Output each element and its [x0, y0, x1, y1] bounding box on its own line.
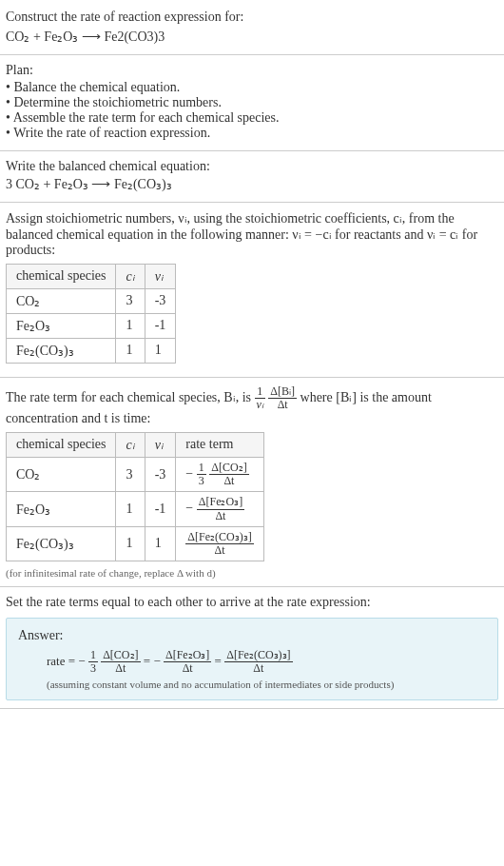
answer-box: Answer: rate = − 1 3 Δ[CO₂] Δt = − Δ[Fe₂…: [6, 618, 498, 700]
plan-heading: Plan:: [6, 63, 498, 78]
delta-frac: Δ[Fe₂O₃] Δt: [197, 496, 244, 522]
frac-num: 1: [197, 462, 206, 475]
cell-species: Fe₂O₃: [7, 313, 116, 338]
frac-num: 1: [88, 649, 98, 662]
delta-frac: Δ[CO₂] Δt: [209, 462, 248, 487]
cell-c: 3: [116, 288, 145, 313]
equals: = −: [144, 654, 161, 668]
col-species: chemical species: [7, 264, 116, 288]
plan-item: Determine the stoichiometric numbers.: [6, 95, 498, 110]
rate-term-section: The rate term for each chemical species,…: [0, 378, 504, 588]
table-row: Fe₂O₃ 1 -1: [7, 313, 176, 338]
frac-num: Δ[CO₂]: [209, 462, 248, 475]
balanced-heading: Write the balanced chemical equation:: [6, 159, 498, 174]
frac-den: 3: [197, 475, 206, 487]
frac-den: Δt: [209, 475, 248, 487]
stoich-section: Assign stoichiometric numbers, νᵢ, using…: [0, 203, 504, 378]
table-header-row: chemical species cᵢ νᵢ: [7, 264, 176, 288]
intro-equation: CO₂ + Fe₂O₃ ⟶ Fe2(CO3)3: [6, 27, 498, 47]
generic-coef-frac: 1 νᵢ: [255, 385, 265, 411]
cell-c: 1: [116, 338, 145, 363]
intro-prompt: Construct the rate of reaction expressio…: [6, 8, 498, 27]
frac-num: Δ[Fe₂O₃]: [164, 649, 211, 662]
generic-delta-frac: Δ[Bᵢ] Δt: [268, 385, 297, 411]
frac-den: Δt: [185, 544, 253, 557]
rate-text-before: The rate term for each chemical species,…: [6, 390, 255, 404]
final-heading: Set the rate terms equal to each other t…: [6, 595, 498, 610]
answer-equation: rate = − 1 3 Δ[CO₂] Δt = − Δ[Fe₂O₃] Δt =…: [18, 649, 486, 675]
cell-v: 1: [145, 338, 176, 363]
cell-species: CO₂: [7, 457, 116, 491]
table-header-row: chemical species cᵢ νᵢ rate term: [7, 432, 264, 457]
delta-frac: Δ[Fe₂O₃] Δt: [164, 649, 211, 675]
answer-note: (assuming constant volume and no accumul…: [18, 679, 486, 690]
delta-frac: Δ[Fe₂(CO₃)₃] Δt: [224, 649, 292, 675]
cell-c: 1: [116, 526, 145, 561]
delta-frac: Δ[CO₂] Δt: [101, 649, 140, 675]
plan-item: Write the rate of reaction expression.: [6, 126, 498, 141]
table-row: CO₂ 3 -3: [7, 288, 176, 313]
col-species: chemical species: [7, 432, 116, 457]
delta-frac: Δ[Fe₂(CO₃)₃] Δt: [185, 531, 253, 557]
plan-item: Assemble the rate term for each chemical…: [6, 110, 498, 126]
cell-species: CO₂: [7, 288, 116, 313]
frac-den: Δt: [164, 662, 211, 675]
cell-c: 3: [116, 457, 145, 491]
frac-num: Δ[Bᵢ]: [268, 385, 297, 399]
table-row: Fe₂O₃ 1 -1 − Δ[Fe₂O₃] Δt: [7, 492, 264, 526]
cell-v: -1: [145, 492, 176, 526]
col-rate-term: rate term: [176, 432, 263, 457]
plan-section: Plan: Balance the chemical equation. Det…: [0, 55, 504, 151]
coef-frac: 1 3: [197, 462, 206, 487]
plan-list: Balance the chemical equation. Determine…: [6, 80, 498, 141]
col-v: νᵢ: [145, 264, 176, 288]
cell-rate-term: − Δ[Fe₂O₃] Δt: [176, 492, 263, 526]
final-section: Set the rate terms equal to each other t…: [0, 587, 504, 709]
rate-term-note: (for infinitesimal rate of change, repla…: [6, 567, 498, 579]
cell-species: Fe₂(CO₃)₃: [7, 338, 116, 363]
frac-den: Δt: [101, 662, 140, 675]
balanced-section: Write the balanced chemical equation: 3 …: [0, 151, 504, 203]
answer-label: Answer:: [18, 628, 486, 643]
cell-species: Fe₂(CO₃)₃: [7, 526, 116, 561]
table-row: Fe₂(CO₃)₃ 1 1 Δ[Fe₂(CO₃)₃] Δt: [7, 526, 264, 561]
cell-c: 1: [116, 492, 145, 526]
col-c: cᵢ: [116, 264, 145, 288]
cell-v: -3: [145, 288, 176, 313]
plan-item: Balance the chemical equation.: [6, 80, 498, 95]
cell-v: -3: [145, 457, 176, 491]
stoich-table: chemical species cᵢ νᵢ CO₂ 3 -3 Fe₂O₃ 1 …: [6, 264, 176, 364]
stoich-text: Assign stoichiometric numbers, νᵢ, using…: [6, 210, 498, 258]
intro-section: Construct the rate of reaction expressio…: [0, 0, 504, 55]
rate-term-table: chemical species cᵢ νᵢ rate term CO₂ 3 -…: [6, 432, 264, 561]
cell-rate-term: Δ[Fe₂(CO₃)₃] Δt: [176, 526, 263, 561]
frac-num: Δ[Fe₂(CO₃)₃]: [224, 649, 292, 662]
frac-num: 1: [255, 385, 265, 399]
frac-den: 3: [88, 662, 98, 675]
cell-v: -1: [145, 313, 176, 338]
frac-num: Δ[CO₂]: [101, 649, 140, 662]
frac-den: Δt: [268, 399, 297, 411]
frac-num: Δ[Fe₂(CO₃)₃]: [185, 531, 253, 544]
sign: −: [185, 501, 193, 515]
cell-rate-term: − 1 3 Δ[CO₂] Δt: [176, 457, 263, 491]
col-c: cᵢ: [116, 432, 145, 457]
frac-den: Δt: [197, 510, 244, 522]
balanced-equation: 3 CO₂ + Fe₂O₃ ⟶ Fe₂(CO₃)₃: [6, 174, 498, 194]
table-row: Fe₂(CO₃)₃ 1 1: [7, 338, 176, 363]
frac-den: νᵢ: [255, 399, 265, 411]
table-row: CO₂ 3 -3 − 1 3 Δ[CO₂] Δt: [7, 457, 264, 491]
sign: −: [185, 466, 193, 481]
col-v: νᵢ: [145, 432, 176, 457]
frac-num: Δ[Fe₂O₃]: [197, 496, 244, 509]
cell-species: Fe₂O₃: [7, 492, 116, 526]
rate-label: rate = −: [47, 654, 86, 668]
rate-term-text: The rate term for each chemical species,…: [6, 385, 498, 426]
equals: =: [215, 654, 225, 668]
frac-den: Δt: [224, 662, 292, 675]
coef-frac: 1 3: [88, 649, 98, 675]
cell-c: 1: [116, 313, 145, 338]
cell-v: 1: [145, 526, 176, 561]
